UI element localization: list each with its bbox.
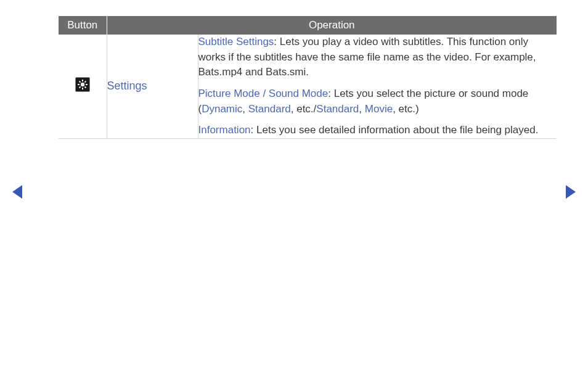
term-picture-sound: Picture Mode / Sound Mode: [198, 88, 329, 99]
button-operation-table: Button Operation Settings Subtitle Setti…: [59, 16, 557, 139]
svg-line-7: [84, 81, 86, 83]
table-row: Settings Subtitle Settings: Lets you pla…: [59, 35, 557, 138]
triangle-left-icon: [12, 185, 22, 199]
button-icon-cell: [59, 35, 107, 138]
value-standard-2: Standard: [316, 103, 359, 115]
value-movie: Movie: [365, 103, 393, 115]
op-information: Information: Lets you see detailed infor…: [198, 123, 557, 138]
settings-gear-icon: [75, 77, 90, 92]
prev-page-button[interactable]: [12, 185, 22, 199]
desc-information: : Lets you see detailed information abou…: [251, 124, 539, 136]
next-page-button[interactable]: [566, 185, 576, 199]
operation-cell: Subtitle Settings: Lets you play a video…: [198, 35, 557, 138]
term-subtitle-settings: Subtitle Settings: [198, 36, 274, 48]
header-operation: Operation: [107, 16, 557, 35]
term-information: Information: [198, 124, 251, 136]
svg-line-8: [79, 87, 80, 88]
value-dynamic: Dynamic: [202, 103, 242, 115]
triangle-right-icon: [566, 185, 576, 199]
value-standard-1: Standard: [248, 103, 291, 115]
svg-line-5: [79, 81, 80, 83]
op-subtitle: Subtitle Settings: Lets you play a video…: [198, 35, 557, 80]
header-button: Button: [59, 16, 107, 35]
table-header-row: Button Operation: [59, 16, 557, 35]
svg-point-0: [81, 83, 84, 86]
button-name: Settings: [107, 35, 198, 138]
svg-line-6: [84, 87, 86, 88]
op-picture-sound: Picture Mode / Sound Mode: Lets you sele…: [198, 86, 557, 117]
